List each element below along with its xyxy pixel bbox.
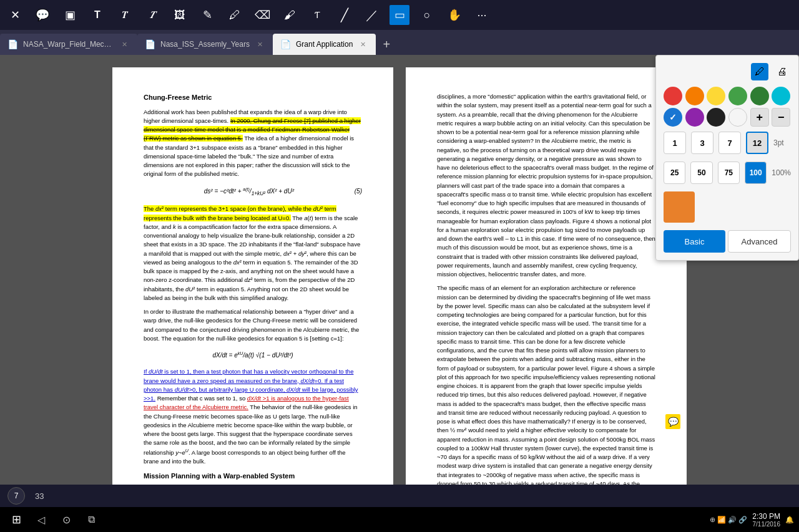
right-para-2: The specific mass of an element for an e… [437,284,655,485]
size-unit-label: 3pt [773,138,784,147]
taskbar-notification[interactable]: 🔔 [785,516,794,524]
rect-icon[interactable]: ▭ [390,5,409,25]
status-bar: 7 33 [0,485,799,507]
color-add[interactable]: + [750,108,769,127]
top-toolbar: ✕ 💬 ▣ T 𝑻̈ 𝑻 🖼 ✎ 🖊 ⌫ 🖌 Ƭ ╱ ／ ▭ ○ ✋ ··· [0,0,799,30]
color-red[interactable] [664,87,682,105]
hand-icon[interactable]: ✋ [444,5,464,25]
comment-icon[interactable]: 💬 [665,414,680,429]
total-pages: 33 [35,491,44,501]
para-geodesics: In order to illustrate the mathematical … [144,307,362,343]
basic-button[interactable]: Basic [664,230,725,253]
date-display: 7/11/2016 [752,521,780,528]
text-T-icon[interactable]: T [87,5,107,25]
taskbar-cortana[interactable]: ⊙ [55,508,77,531]
more-icon[interactable]: ··· [472,5,492,25]
chat-icon[interactable]: 💬 [32,5,52,25]
tab-doc-icon-3: 📄 [280,39,291,49]
windows-taskbar: ⊞ ◁ ⊙ ⧉ ⊕ 📶 🔊 🔗 2:30 PM 7/11/2016 🔔 [0,507,799,532]
text-plus-icon[interactable]: 𝑻̈ [115,5,135,25]
basic-advanced-toggle: Basic Advanced [664,230,791,253]
image-icon[interactable]: 🖼 [170,5,190,25]
tab-nasa-warp[interactable]: 📄 NASA_Warp_Field_Mechanics ✕ [0,34,137,55]
eraser-icon[interactable]: ⌫ [252,5,272,25]
color-preview-swatch [664,191,695,223]
panel-top-icons: 🖊 🖨 [664,63,791,80]
section-title: Chung-Freese Metric [144,92,362,103]
add-tab-button[interactable]: + [376,34,397,55]
tab-label: NASA_Warp_Field_Mechanics [23,40,114,49]
pen-icon[interactable]: 🖊 [225,5,245,25]
color-orange[interactable] [685,87,704,105]
tab-doc-icon: 📄 [7,39,18,49]
tabs-bar: 📄 NASA_Warp_Field_Mechanics ✕ 📄 Nasa_ISS… [0,30,799,55]
equation-1: ds² = −c²dt² + a(t)/1+kU² dX² + dU² (5) [144,186,362,198]
preview-row [664,191,791,223]
taskbar-back[interactable]: ◁ [30,508,52,531]
systray-icons: ⊕ 📶 🔊 🔗 [710,516,747,524]
circle-icon[interactable]: ○ [417,5,437,25]
size-1-button[interactable]: 1 [664,132,686,154]
edit-icon[interactable]: ✎ [197,5,217,25]
page-number-circle: 7 [7,487,25,505]
color-white[interactable] [728,108,747,127]
tab-label-3: Grant Application [296,40,353,49]
opacity-75-button[interactable]: 75 [718,162,740,184]
opacity-50-button[interactable]: 50 [690,162,712,184]
equation-2: dX/dt = ekU/a(t) √(1 − dU²/dt²) [144,351,362,360]
time-display: 2:30 PM [752,512,780,521]
text-style-icon[interactable]: 𝑻 [142,5,162,25]
para-1: Additional work has been published that … [144,108,362,179]
text-box-icon[interactable]: ▣ [60,5,80,25]
tab-nasa-iss[interactable]: 📄 Nasa_ISS_Assemly_Years ✕ [137,34,273,55]
advanced-button[interactable]: Advanced [728,230,791,253]
opacity-25-button[interactable]: 25 [664,162,685,184]
opacity-unit-label: 100% [772,168,791,177]
main-area: Chung-Freese Metric Additional work has … [0,55,799,485]
color-dark-green[interactable] [750,87,769,105]
slash-icon[interactable]: ／ [362,5,382,25]
size-3-button[interactable]: 3 [691,132,713,154]
size-7-button[interactable]: 7 [718,132,741,154]
color-yellow[interactable] [707,87,725,105]
line-tool-icon[interactable]: ╱ [335,5,355,25]
tab-label-2: Nasa_ISS_Assemly_Years [160,40,250,49]
tab-close-button-3[interactable]: ✕ [358,39,368,50]
panel-pen-icon[interactable]: 🖊 [751,63,768,80]
tab-doc-icon-2: 📄 [145,39,155,49]
right-para-1: disciplines, a more "domestic" applicati… [437,92,655,279]
tab-close-button[interactable]: ✕ [119,39,130,50]
para-highlighted: The dx² term represents the 3+1 space (o… [144,205,362,302]
size-12-button[interactable]: 12 [746,132,768,154]
color-swatches: + − [664,87,791,127]
color-cyan[interactable] [772,87,790,105]
taskbar-taskview[interactable]: ⧉ [80,508,102,531]
panel-print-icon[interactable]: 🖨 [773,63,791,80]
brush-icon[interactable]: 🖌 [280,5,300,25]
opacity-100-button[interactable]: 100 [745,162,767,184]
tab-close-button-2[interactable]: ✕ [255,39,265,50]
color-remove[interactable]: − [772,108,790,127]
right-page: disciplines, a more "domestic" applicati… [406,67,687,485]
taskbar-clock[interactable]: 2:30 PM 7/11/2016 [752,512,780,528]
opacity-row: 25 50 75 100 100% [664,162,791,184]
color-black[interactable] [707,108,725,127]
tab-grant[interactable]: 📄 Grant Application ✕ [273,34,376,55]
close-icon[interactable]: ✕ [5,5,25,25]
color-green[interactable] [728,87,747,105]
text-edit-icon[interactable]: Ƭ [307,5,327,25]
color-picker-panel: 🖊 🖨 + − 1 3 7 12 3pt 25 50 75 [655,55,799,261]
color-purple[interactable] [685,108,704,127]
systray: ⊕ 📶 🔊 🔗 2:30 PM 7/11/2016 🔔 [710,512,794,528]
size-row: 1 3 7 12 3pt [664,132,791,154]
section-title-2: Mission Planning with a Warp-enabled Sys… [144,471,362,481]
start-button[interactable]: ⊞ [5,508,27,531]
left-page: Chung-Freese Metric Additional work has … [112,67,393,485]
para-underline-1: If dU/dt is set to 1, then a test photon… [144,367,362,466]
color-blue[interactable] [664,108,682,127]
